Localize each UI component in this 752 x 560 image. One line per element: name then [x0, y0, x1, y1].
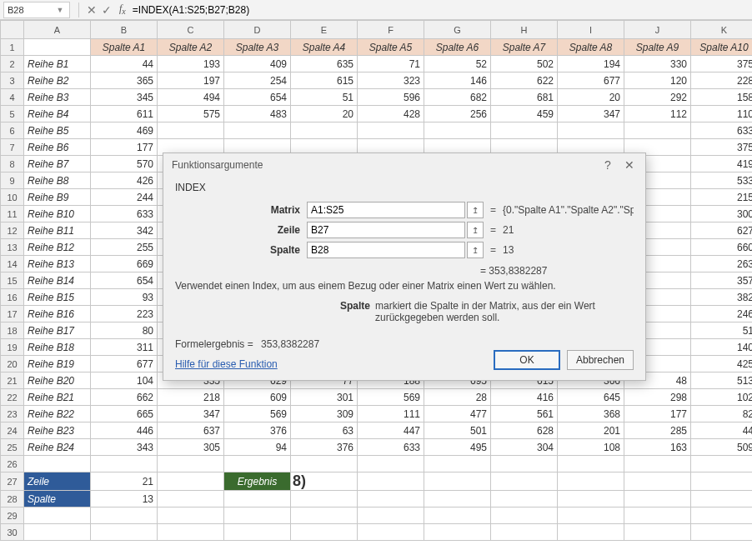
cell[interactable] — [424, 472, 491, 491]
cell[interactable]: Reihe B4 — [24, 106, 91, 122]
cell[interactable] — [491, 524, 558, 541]
select-all-corner[interactable] — [1, 21, 24, 39]
cell[interactable]: Reihe B22 — [24, 406, 91, 422]
cell[interactable] — [291, 122, 358, 139]
cell[interactable] — [424, 508, 491, 524]
cell[interactable]: 80 — [91, 322, 158, 339]
row-header-19[interactable]: 19 — [1, 339, 24, 356]
cell[interactable] — [491, 491, 558, 508]
cell[interactable]: 197 — [158, 72, 224, 89]
range-picker-icon[interactable]: ↥ — [467, 242, 484, 258]
cell[interactable] — [691, 472, 753, 491]
arg-input-matrix[interactable] — [307, 202, 465, 218]
cell[interactable] — [558, 456, 624, 472]
cell[interactable] — [624, 472, 691, 491]
cell[interactable] — [424, 122, 491, 139]
cell[interactable]: 193 — [158, 56, 224, 72]
cell[interactable]: 51 — [291, 89, 358, 106]
cell[interactable]: 416 — [491, 389, 558, 406]
cell[interactable]: Reihe B16 — [24, 306, 91, 322]
cell[interactable] — [424, 491, 491, 508]
name-box[interactable]: B28 ▼ — [3, 2, 70, 18]
cell[interactable]: 633 — [91, 206, 158, 222]
cell[interactable]: Spalte A9 — [624, 39, 691, 56]
cell[interactable]: 569 — [358, 389, 424, 406]
row-header-15[interactable]: 15 — [1, 272, 24, 289]
cell[interactable]: 255 — [91, 239, 158, 256]
cell[interactable] — [491, 456, 558, 472]
col-header-G[interactable]: G — [424, 21, 491, 39]
cell[interactable]: 575 — [158, 106, 224, 122]
cell[interactable]: 82 — [691, 406, 753, 422]
cell-ergebnis-value[interactable]: 8) — [291, 472, 358, 491]
cell-zeile-value[interactable]: 21 — [91, 472, 158, 491]
cell[interactable]: Spalte A1 — [91, 39, 158, 56]
cell[interactable] — [24, 508, 91, 524]
cell[interactable] — [358, 524, 424, 541]
cell[interactable] — [691, 491, 753, 508]
cell[interactable]: 677 — [558, 72, 624, 89]
cell[interactable] — [24, 456, 91, 472]
cell[interactable]: 228 — [691, 72, 753, 89]
cell-zeile-label[interactable]: Zeile — [24, 472, 91, 491]
cell[interactable] — [491, 472, 558, 491]
cell[interactable]: 342 — [91, 222, 158, 239]
cell[interactable]: 309 — [291, 406, 358, 422]
cell[interactable]: Reihe B3 — [24, 89, 91, 106]
cell[interactable]: 71 — [358, 56, 424, 72]
cell[interactable]: Reihe B12 — [24, 239, 91, 256]
cell[interactable]: 615 — [291, 72, 358, 89]
row-header-22[interactable]: 22 — [1, 389, 24, 406]
cell[interactable]: 627 — [691, 222, 753, 239]
cell[interactable]: Reihe B15 — [24, 289, 91, 306]
cell-spalte-label[interactable]: Spalte — [24, 491, 91, 508]
cell[interactable]: 376 — [224, 422, 291, 439]
cell[interactable]: 669 — [91, 256, 158, 272]
cell[interactable]: 347 — [158, 406, 224, 422]
row-header-16[interactable]: 16 — [1, 289, 24, 306]
cell[interactable] — [91, 456, 158, 472]
row-header-29[interactable]: 29 — [1, 508, 24, 524]
cell[interactable]: 28 — [424, 389, 491, 406]
cell[interactable] — [291, 491, 358, 508]
cell[interactable] — [624, 491, 691, 508]
cell[interactable]: 596 — [358, 89, 424, 106]
row-header-20[interactable]: 20 — [1, 356, 24, 372]
cell[interactable] — [291, 456, 358, 472]
cell[interactable]: 110 — [691, 106, 753, 122]
cell[interactable]: 51 — [691, 322, 753, 339]
cell[interactable]: 561 — [491, 406, 558, 422]
col-header-A[interactable]: A — [24, 21, 91, 39]
cell[interactable] — [624, 456, 691, 472]
cell[interactable]: Reihe B23 — [24, 422, 91, 439]
cell[interactable] — [291, 508, 358, 524]
cell[interactable] — [624, 524, 691, 541]
cell[interactable] — [491, 508, 558, 524]
cell[interactable]: Reihe B19 — [24, 356, 91, 372]
cell[interactable]: 163 — [624, 439, 691, 456]
row-header-24[interactable]: 24 — [1, 422, 24, 439]
row-header-28[interactable]: 28 — [1, 491, 24, 508]
cell[interactable]: 108 — [558, 439, 624, 456]
row-header-13[interactable]: 13 — [1, 239, 24, 256]
cell[interactable]: Reihe B10 — [24, 206, 91, 222]
cell[interactable]: 375 — [691, 56, 753, 72]
cell[interactable]: Reihe B20 — [24, 372, 91, 389]
cell[interactable]: Reihe B5 — [24, 122, 91, 139]
cell[interactable]: 158 — [691, 89, 753, 106]
row-header-14[interactable]: 14 — [1, 256, 24, 272]
row-header-18[interactable]: 18 — [1, 322, 24, 339]
cell[interactable]: 323 — [358, 72, 424, 89]
cell[interactable]: Reihe B2 — [24, 72, 91, 89]
cell[interactable]: 300 — [691, 206, 753, 222]
row-header-7[interactable]: 7 — [1, 139, 24, 156]
cell[interactable]: 311 — [91, 339, 158, 356]
cell[interactable] — [358, 122, 424, 139]
cell[interactable]: 120 — [624, 72, 691, 89]
cell[interactable]: 347 — [558, 106, 624, 122]
cell[interactable]: 343 — [91, 439, 158, 456]
row-header-27[interactable]: 27 — [1, 472, 24, 491]
cell[interactable]: 447 — [358, 422, 424, 439]
cell[interactable] — [358, 491, 424, 508]
close-icon[interactable]: ✕ — [619, 157, 640, 173]
